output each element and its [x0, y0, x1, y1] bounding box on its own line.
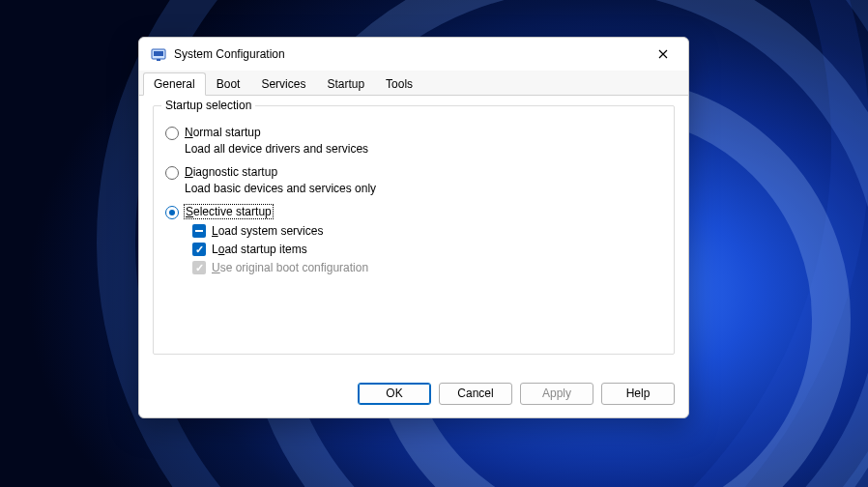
check-use-original-boot: Use original boot configuration — [192, 261, 662, 274]
tab-startup[interactable]: Startup — [316, 72, 375, 96]
check-label: Use original boot configuration — [212, 261, 368, 274]
tab-services[interactable]: Services — [250, 72, 316, 96]
startup-selection-group: Startup selection Normal startup Load al… — [153, 105, 675, 355]
normal-startup-desc: Load all device drivers and services — [185, 142, 662, 156]
ok-button[interactable]: OK — [358, 383, 431, 405]
selective-checks: Load system services Load startup items … — [192, 224, 662, 274]
apply-button[interactable]: Apply — [520, 383, 593, 405]
radio-icon — [165, 127, 179, 140]
titlebar: System Configuration — [139, 38, 688, 71]
radio-label: Normal startup — [185, 126, 261, 139]
radio-label: Diagnostic startup — [185, 165, 277, 179]
tab-panel-general: Startup selection Normal startup Load al… — [139, 96, 688, 379]
close-icon — [658, 49, 668, 59]
checkbox-icon — [192, 224, 206, 238]
msconfig-icon — [151, 46, 166, 62]
group-legend: Startup selection — [161, 99, 255, 112]
system-configuration-dialog: System Configuration General Boot Servic… — [138, 37, 689, 418]
close-button[interactable] — [644, 41, 682, 68]
tab-general[interactable]: General — [143, 72, 206, 96]
tabstrip: General Boot Services Startup Tools — [139, 71, 688, 96]
check-load-startup-items[interactable]: Load startup items — [192, 243, 662, 256]
svg-rect-1 — [154, 51, 163, 56]
radio-icon — [165, 206, 179, 219]
tab-tools[interactable]: Tools — [375, 72, 423, 96]
cancel-button[interactable]: Cancel — [439, 383, 512, 405]
radio-diagnostic-startup[interactable]: Diagnostic startup — [165, 165, 662, 180]
window-title: System Configuration — [174, 47, 644, 61]
checkbox-icon — [192, 261, 206, 274]
radio-icon — [165, 166, 179, 180]
svg-rect-2 — [157, 59, 160, 61]
radio-label: Selective startup — [184, 204, 274, 219]
check-label: Load startup items — [212, 243, 307, 256]
diagnostic-startup-desc: Load basic devices and services only — [185, 182, 662, 195]
check-label: Load system services — [212, 224, 323, 238]
checkbox-icon — [192, 243, 206, 256]
check-load-system-services[interactable]: Load system services — [192, 224, 662, 238]
help-button[interactable]: Help — [601, 383, 675, 405]
radio-selective-startup[interactable]: Selective startup — [165, 205, 662, 219]
dialog-buttons: OK Cancel Apply Help — [139, 379, 688, 417]
tab-boot[interactable]: Boot — [206, 72, 251, 96]
radio-normal-startup[interactable]: Normal startup — [165, 126, 662, 140]
